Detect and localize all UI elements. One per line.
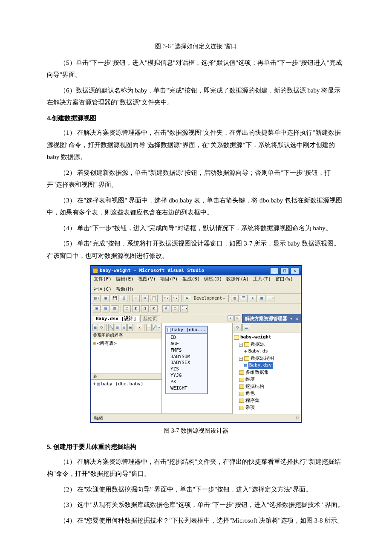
visual-studio-window: baby-weight - Microsoft Visual Studio _ … bbox=[90, 265, 302, 423]
save-icon[interactable]: 💾 bbox=[111, 295, 118, 302]
titlebar[interactable]: baby-weight - Microsoft Visual Studio _ … bbox=[91, 266, 301, 275]
find-icon[interactable]: 🔍 bbox=[108, 324, 114, 331]
statusbar: 就绪 ⣿ bbox=[91, 414, 301, 422]
figure-3-6-caption: 图 3-6 "选择如何定义连接"窗口 bbox=[47, 41, 345, 52]
menu-item[interactable]: 调试(D) bbox=[204, 276, 222, 282]
tool2-i-icon[interactable]: ▢ bbox=[171, 305, 179, 312]
window-title: baby-weight - Microsoft Visual Studio bbox=[100, 268, 204, 274]
toolbar-secondary[interactable]: ▣ ▤ ▥ ▢ ◧ ◨ ◩ A ▢ ⋮ bbox=[91, 304, 301, 314]
tool2-a-icon[interactable]: ▣ bbox=[93, 305, 101, 312]
entity-column[interactable]: BABYSUM bbox=[170, 354, 205, 360]
named-calc-icon[interactable]: ▣ bbox=[127, 324, 133, 331]
toolbar-main[interactable]: ▤ ▣ 💾 ⎙ ✂ ⧉ 📋 ↶ ↷ ▶ Development ▥ ☰ ✥ ▦ … bbox=[91, 294, 301, 304]
tree-baby-dsv[interactable]: ▦Baby.dsv bbox=[234, 362, 300, 369]
entity-column[interactable]: AGE bbox=[170, 341, 205, 347]
tab-close-icon[interactable]: ✕ bbox=[234, 315, 240, 321]
redo-icon[interactable]: ↷ bbox=[171, 295, 179, 302]
body-para-5: （5）单击"下一步"按钮，进入"模拟信息"对话框，选择"默认值"选项；再单击"下… bbox=[47, 57, 345, 81]
zoom-icon[interactable]: ▭ bbox=[146, 324, 152, 331]
zoom-level-icon[interactable]: 🔎 bbox=[153, 324, 160, 331]
menu-item[interactable]: 工具(T) bbox=[253, 276, 271, 282]
minimize-button[interactable]: _ bbox=[270, 267, 279, 274]
arrange-icon[interactable]: ▥ bbox=[115, 324, 120, 331]
menu-item[interactable]: 数据库(A) bbox=[226, 276, 249, 282]
toolbar-overflow-icon[interactable]: ⋮ bbox=[267, 295, 274, 302]
s5-para-1: （1） 在解决方案资源管理器中，右击"挖掘结构"文件夹，在弹出的快捷菜看重选择执… bbox=[47, 456, 345, 480]
tool2-d-icon[interactable]: ▢ bbox=[123, 305, 131, 312]
s5-para-3: （3） 选中"从现有关系数据库或数据仓库"选项，单击"下一步"按钮，进入"选择数… bbox=[47, 499, 345, 511]
tool2-j-icon[interactable]: ⋮ bbox=[180, 305, 188, 312]
tool2-f-icon[interactable]: ◨ bbox=[141, 305, 149, 312]
config-combo[interactable]: Development bbox=[193, 295, 226, 302]
object-browser-icon[interactable]: ▦ bbox=[258, 295, 265, 302]
cut-icon[interactable]: ✂ bbox=[132, 295, 140, 302]
section-4-heading: 4.创建数据源视图 bbox=[47, 112, 345, 124]
tool2-c-icon[interactable]: ▥ bbox=[111, 305, 118, 312]
menu-item[interactable]: 生成(B) bbox=[182, 276, 200, 282]
close-button[interactable]: ✕ bbox=[291, 267, 299, 274]
doc-tabs[interactable]: Baby.dsv [设计] 起始页 ▾ ✕ bbox=[91, 314, 242, 324]
menu-item[interactable]: 项目(P) bbox=[160, 276, 178, 282]
section-5-heading: 5. 创建用于婴儿体重的挖掘结构 bbox=[47, 441, 345, 453]
entity-title: baby (dbo... bbox=[172, 327, 206, 333]
entity-column[interactable]: YYJG bbox=[170, 373, 205, 379]
menu-item[interactable]: 窗口(W) bbox=[275, 276, 293, 282]
tool2-g-icon[interactable]: ◩ bbox=[150, 305, 158, 312]
menu-item[interactable]: 文件(F) bbox=[94, 276, 112, 282]
solution-refresh-icon[interactable]: ⟳ bbox=[234, 324, 242, 331]
all-tables-node[interactable]: ▣ <所有表> bbox=[93, 340, 160, 347]
undo-icon[interactable]: ↶ bbox=[162, 295, 170, 302]
entity-column[interactable]: PX bbox=[170, 379, 205, 385]
entity-column[interactable]: BABYSEX bbox=[170, 360, 205, 366]
tool2-h-icon[interactable]: A bbox=[162, 305, 170, 312]
s4-para-3: （3） 在"选择表和视图" 界面中，选择 dbo.baby 表，单击右箭头键，将… bbox=[47, 194, 345, 219]
tab-baby-dsv[interactable]: Baby.dsv [设计] bbox=[93, 315, 139, 322]
paste-icon[interactable]: 📋 bbox=[150, 295, 158, 302]
solution-properties-icon[interactable]: ☰ bbox=[242, 324, 250, 331]
entity-column[interactable]: ID bbox=[170, 335, 205, 341]
entity-column[interactable]: YZS bbox=[170, 366, 205, 373]
figure-3-7-caption: 图 3-7 数据源视图设计器 bbox=[47, 425, 345, 437]
tab-start-page[interactable]: 起始页 bbox=[140, 315, 160, 322]
entity-columns[interactable]: IDAGEFMFSBABYSUMBABYSEXYZSYYJGPXWEIGHT bbox=[166, 334, 207, 393]
solution-tree[interactable]: baby-weight −数据源 ◆Baby.ds −数据源视图 ▦Baby.d… bbox=[233, 332, 301, 414]
designer-toolbar[interactable]: ▦ ⟳ 🔍 ▥ ▤ ▣ ✕ ▭ 🔎 bbox=[91, 323, 161, 332]
tool2-b-icon[interactable]: ▤ bbox=[102, 305, 110, 312]
open-icon[interactable]: ▣ bbox=[102, 295, 110, 302]
new-project-icon[interactable]: ▤ bbox=[93, 295, 101, 302]
start-debug-icon[interactable]: ▶ bbox=[184, 295, 191, 302]
delete-icon[interactable]: ✕ bbox=[137, 324, 142, 331]
s5-para-2: （2） 在"欢迎使用数据挖掘向导" 界面中，单击"下一步"按钮，进入"选择定义方… bbox=[47, 483, 345, 496]
tables-pane-title: 表 bbox=[91, 373, 161, 380]
solution-explorer-title[interactable]: 解决方案资源管理器 ▾ ✕ bbox=[242, 314, 301, 324]
entity-column[interactable]: WEIGHT bbox=[170, 385, 205, 392]
s4-para-2: （2） 若要创建新数据源，单击"新建数据源"按钮，启动数据源向导；否则单击"下一… bbox=[47, 167, 345, 191]
maximize-button[interactable]: □ bbox=[280, 267, 289, 274]
solution-explorer-icon[interactable]: ▥ bbox=[231, 295, 239, 302]
tool2-e-icon[interactable]: ◧ bbox=[132, 305, 140, 312]
menu-item[interactable]: 视图(V) bbox=[138, 276, 156, 282]
refresh-icon[interactable]: ⟳ bbox=[99, 324, 104, 331]
s5-para-4: （4） 在"您要使用何种数据挖掘技术？"下拉列表框中，选择"Microsoft … bbox=[47, 515, 345, 527]
s4-para-1: （1） 在解决方案资源管理器中，右击"数据源视图"文件夹，在弹出的快捷菜单中选择… bbox=[47, 127, 345, 163]
tab-dropdown-icon[interactable]: ▾ bbox=[228, 315, 233, 321]
save-all-icon[interactable]: ⎙ bbox=[120, 295, 127, 302]
menu-item[interactable]: 帮助(H) bbox=[116, 286, 134, 292]
properties-icon[interactable]: ☰ bbox=[240, 295, 248, 302]
named-query-icon[interactable]: ▤ bbox=[121, 324, 127, 331]
diagram-organizer-title: 关系图组织程序 bbox=[91, 332, 161, 339]
s4-para-5: （5） 单击"完成"按钮，系统将打开数据源视图设计器窗口，如图 3-7 所示，显… bbox=[47, 237, 345, 262]
app-icon bbox=[93, 268, 98, 273]
add-table-icon[interactable]: ▦ bbox=[92, 324, 98, 331]
entity-column[interactable]: FMFS bbox=[170, 347, 205, 354]
copy-icon[interactable]: ⧉ bbox=[141, 295, 149, 302]
menu-item[interactable]: 编辑(E) bbox=[116, 276, 134, 282]
table-icon bbox=[167, 328, 171, 332]
entity-baby[interactable]: baby (dbo... IDAGEFMFSBABYSUMBABYSEXYZSY… bbox=[165, 326, 208, 394]
menubar[interactable]: 文件(F)编辑(E)视图(V)项目(P)生成(B)调试(D)数据库(A)工具(T… bbox=[91, 275, 301, 294]
table-node-baby[interactable]: + ▦ baby (dbo.baby) bbox=[93, 381, 160, 388]
toolbox-icon[interactable]: ✥ bbox=[249, 295, 257, 302]
body-para-6: （6）数据源的默认名称为 baby，单击"完成"按钮，即完成了数据源的创建，新的… bbox=[47, 84, 345, 109]
s4-para-4: （4） 单击"下一步"按钮，进入"完成向导"对话框，默认情况下，系统将数据源视图… bbox=[47, 222, 345, 234]
menu-item[interactable]: 社区(C) bbox=[94, 286, 112, 292]
